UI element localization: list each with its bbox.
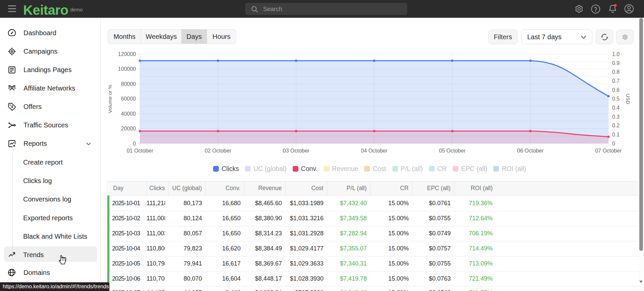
svg-text:USD: USD: [625, 94, 631, 104]
svg-text:03 October: 03 October: [283, 148, 310, 154]
svg-text:0.6: 0.6: [612, 87, 620, 93]
svg-text:06 October: 06 October: [517, 148, 544, 154]
svg-text:0.2: 0.2: [612, 123, 620, 128]
svg-text:05 October: 05 October: [439, 148, 466, 154]
svg-text:0: 0: [133, 141, 136, 147]
svg-text:20000: 20000: [121, 126, 136, 131]
svg-text:04 October: 04 October: [361, 148, 388, 154]
svg-text:0.3: 0.3: [612, 114, 620, 120]
svg-text:07 October: 07 October: [595, 148, 622, 154]
svg-text:01 October: 01 October: [127, 148, 153, 154]
svg-text:60000: 60000: [121, 96, 136, 102]
svg-text:0.5: 0.5: [612, 96, 620, 102]
svg-text:0.1: 0.1: [612, 132, 620, 137]
svg-text:02 October: 02 October: [205, 148, 232, 154]
svg-text:0: 0: [612, 141, 615, 147]
svg-text:40000: 40000: [121, 111, 136, 117]
svg-text:100000: 100000: [118, 66, 136, 72]
svg-text:0.9: 0.9: [612, 60, 620, 66]
svg-text:0.4: 0.4: [612, 105, 620, 111]
svg-text:$: $: [10, 104, 14, 109]
svg-text:120000: 120000: [118, 51, 136, 57]
svg-text:Volume or %: Volume or %: [107, 84, 113, 113]
svg-text:1.0: 1.0: [612, 51, 620, 57]
svg-text:0.8: 0.8: [612, 69, 620, 75]
svg-text:80000: 80000: [121, 81, 136, 87]
svg-text:0.7: 0.7: [612, 78, 620, 84]
